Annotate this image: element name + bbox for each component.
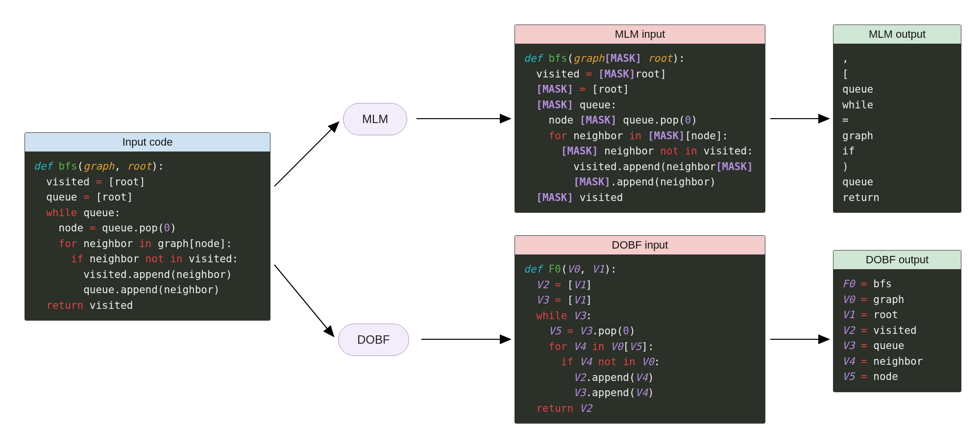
arrow-input-to-mlm <box>274 123 338 186</box>
input-code-panel: Input code def bfs(graph, root): visited… <box>24 132 270 321</box>
dobf-input-panel: DOBF input def F0(V0, V1): V2 = [V1] V3 … <box>514 235 765 424</box>
dobf-output-panel: DOBF output F0 = bfs V0 = graph V1 = roo… <box>833 250 961 392</box>
mlm-output-panel: MLM output , [ queue while = graph if ) … <box>833 25 961 213</box>
mlm-output-body: , [ queue while = graph if ) queue retur… <box>833 44 961 212</box>
arrow-input-to-dobf <box>274 265 333 336</box>
dobf-output-body: F0 = bfs V0 = graph V1 = root V2 = visit… <box>833 270 961 392</box>
dobf-input-body: def F0(V0, V1): V2 = [V1] V3 = [V1] whil… <box>515 255 765 423</box>
input-code-title: Input code <box>25 133 270 152</box>
dobf-output-title: DOBF output <box>833 251 961 270</box>
mlm-input-title: MLM input <box>515 25 765 44</box>
dobf-node: DOBF <box>338 324 409 356</box>
mlm-node: MLM <box>343 103 407 135</box>
mlm-input-panel: MLM input def bfs(graph[MASK] root): vis… <box>514 25 765 213</box>
input-code-body: def bfs(graph, root): visited = [root] q… <box>25 152 270 320</box>
dobf-input-title: DOBF input <box>515 236 765 255</box>
diagram-root: Input code def bfs(graph, root): visited… <box>10 10 970 419</box>
mlm-output-title: MLM output <box>833 25 961 44</box>
mlm-input-body: def bfs(graph[MASK] root): visited = [MA… <box>515 44 765 212</box>
